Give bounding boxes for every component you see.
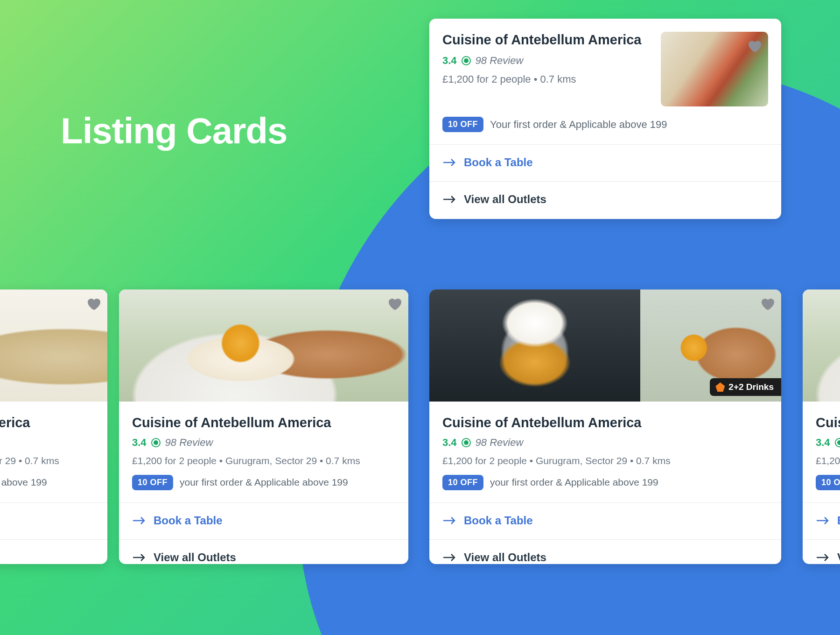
review-count: 98 Review [165, 437, 213, 449]
restaurant-hero-image [803, 289, 840, 402]
heart-icon [746, 37, 763, 54]
review-count: 98 Review [476, 55, 524, 67]
meta-info: £1,200 for 2 people • Gurugram, Sector 2… [132, 455, 395, 466]
restaurant-title: Cuisine of Antebellum America [816, 415, 840, 431]
book-table-label: Book a Table [464, 514, 533, 527]
restaurant-title: Cuisine of Antebellum America [442, 415, 768, 431]
rating-row: 3.4 98 Review [442, 437, 768, 449]
rating-indicator-icon [462, 438, 471, 447]
view-outlets-button[interactable]: View all Outlets [442, 182, 768, 206]
rating-row: 3.4 98 Review [816, 437, 840, 449]
listing-card: 2+2 Drinks Cuisine of Antebellum America… [429, 289, 781, 564]
arrow-right-icon [816, 516, 830, 525]
rating-value: 3.4 [442, 55, 457, 67]
book-table-label: Book a Table [837, 514, 840, 527]
restaurant-hero-image: 2+2 Drinks [429, 289, 781, 402]
arrow-right-icon [132, 516, 146, 525]
promo-text: Your first order & Applicable above 199 [490, 119, 667, 131]
favorite-button[interactable] [759, 295, 776, 312]
view-outlets-button[interactable]: View all Outlets [816, 540, 840, 564]
drinks-promo-tag: 2+2 Drinks [710, 378, 781, 396]
listing-card: Cuisine of Antebellum America 3.4 98 Rev… [0, 289, 107, 564]
book-table-button[interactable]: Book a Table [442, 503, 768, 527]
restaurant-hero-image [119, 289, 408, 402]
rating-indicator-icon [835, 438, 840, 447]
rating-value: 3.4 [132, 437, 147, 449]
rating-row: 3.4 98 Review [132, 437, 395, 449]
heart-icon [85, 295, 102, 312]
arrow-right-icon [442, 553, 456, 562]
view-outlets-label: View all Outlets [464, 551, 546, 564]
promo-row: 10 OFF your first order & Applicable abo… [0, 475, 94, 490]
page-title: Listing Cards [61, 110, 287, 152]
rating-indicator-icon [151, 438, 161, 447]
promo-text: your first order & Applicable above 199 [0, 477, 47, 488]
discount-badge: 10 OFF [442, 117, 483, 132]
promo-row: 10 OFF your first order & Applicable abo… [132, 475, 395, 490]
view-outlets-label: View all Outlets [154, 551, 236, 564]
meta-info: £1,200 for 2 people • 0.7 kms [442, 73, 647, 85]
rating-value: 3.4 [816, 437, 830, 449]
promo-row: 10 OFF your first order & Applicable abo… [816, 475, 840, 490]
promo-row: 10 OFF Your first order & Applicable abo… [442, 117, 768, 132]
book-table-button[interactable]: Book a Table [132, 503, 395, 527]
arrow-right-icon [442, 195, 456, 204]
arrow-right-icon [442, 516, 456, 525]
view-outlets-label: View all Outlets [837, 551, 840, 564]
rating-value: 3.4 [442, 437, 457, 449]
book-table-button[interactable]: Book a Table [816, 503, 840, 527]
book-table-button[interactable]: Book a Table [442, 145, 768, 169]
view-outlets-label: View all Outlets [464, 193, 546, 206]
view-outlets-button[interactable]: View all Outlets [442, 540, 768, 564]
heart-icon [759, 295, 776, 312]
favorite-button[interactable] [386, 295, 403, 312]
listing-card: Cuisine of Antebellum America 3.4 98 Rev… [119, 289, 408, 564]
review-count: 98 Review [476, 437, 524, 449]
favorite-button[interactable] [746, 37, 763, 54]
arrow-right-icon [442, 158, 456, 167]
promo-row: 10 OFF your first order & Applicable abo… [442, 475, 768, 490]
favorite-button[interactable] [85, 295, 102, 312]
listing-card: Cuisine of Antebellum America 3.4 98 Rev… [803, 289, 840, 564]
rating-row: 3.4 98 Review [442, 55, 647, 67]
restaurant-title: Cuisine of Antebellum America [0, 415, 94, 431]
arrow-right-icon [816, 553, 830, 562]
book-table-label: Book a Table [464, 156, 533, 169]
book-table-button[interactable]: Book a Table [0, 503, 94, 527]
meta-info: £1,200 for 2 people • Gurugram, Sector 2… [442, 455, 768, 466]
discount-badge: 10 OFF [816, 475, 840, 490]
restaurant-thumbnail [661, 32, 768, 106]
discount-badge: 10 OFF [132, 475, 173, 490]
arrow-right-icon [132, 553, 146, 562]
meta-info: £1,200 for 2 people • Gurugram, Sector 2… [816, 455, 840, 466]
promo-text: your first order & Applicable above 199 [180, 477, 348, 488]
meta-info: £1,200 for 2 people • Gurugram, Sector 2… [0, 455, 94, 466]
restaurant-hero-image [0, 289, 107, 402]
view-outlets-button[interactable]: View all Outlets [132, 540, 395, 564]
rating-indicator-icon [462, 56, 471, 65]
discount-badge: 10 OFF [442, 475, 483, 490]
rating-row: 3.4 98 Review [0, 437, 94, 449]
heart-icon [386, 295, 403, 312]
promo-text: your first order & Applicable above 199 [490, 477, 658, 488]
restaurant-title: Cuisine of Antebellum America [132, 415, 395, 431]
view-outlets-button[interactable]: View all Outlets [0, 540, 94, 564]
book-table-label: Book a Table [154, 514, 223, 527]
listing-card-compact: Cuisine of Antebellum America 3.4 98 Rev… [429, 19, 781, 219]
restaurant-title: Cuisine of Antebellum America [442, 32, 647, 48]
